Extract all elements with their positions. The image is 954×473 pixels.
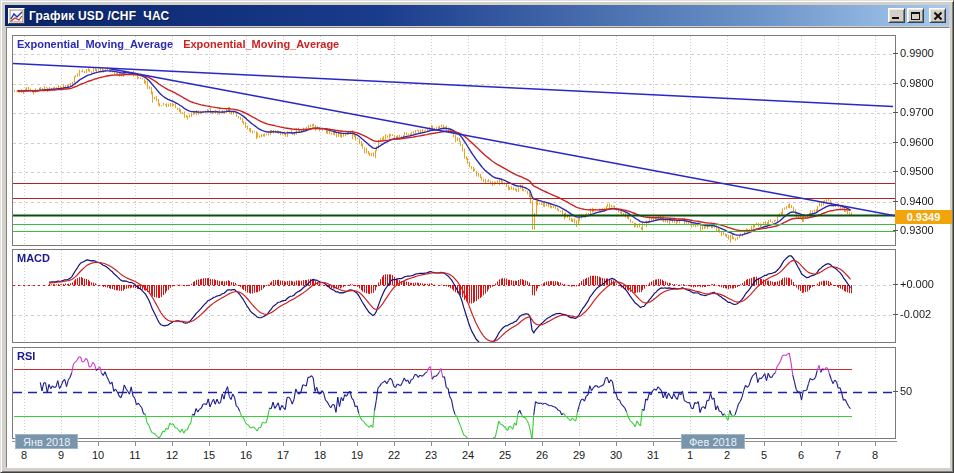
ema-fast-label: Exponential_Moving_Average (17, 38, 173, 50)
date-tick-label: 5 (750, 449, 778, 461)
macd-tick-label: -0.002 (900, 308, 931, 320)
chart-window: График USD /CHF ЧАС Exponential_Moving_A… (0, 0, 954, 473)
titlebar[interactable]: График USD /CHF ЧАС (5, 5, 949, 26)
rsi-canvas[interactable] (13, 348, 895, 438)
macd-tick-label: +0.000 (900, 278, 934, 290)
date-tick-label: 6 (787, 449, 815, 461)
price-tick-label: 0.9900 (900, 47, 934, 59)
chart-icon (8, 8, 25, 24)
date-tick-label: 23 (417, 449, 445, 461)
rsi-label: RSI (17, 350, 35, 362)
date-tick-label: 18 (306, 449, 334, 461)
maximize-button[interactable] (907, 8, 924, 23)
date-tick-label: 1 (676, 449, 704, 461)
price-chart-canvas[interactable] (13, 36, 895, 245)
macd-canvas[interactable] (13, 250, 895, 342)
price-tick-label: 0.9500 (900, 165, 934, 177)
date-tick-label: 16 (232, 449, 260, 461)
date-tick-label: 31 (639, 449, 667, 461)
rsi-tick-label: 50 (900, 385, 912, 397)
price-tick-label: 0.9800 (900, 77, 934, 89)
date-tick-label: 7 (824, 449, 852, 461)
minimize-button[interactable] (888, 8, 905, 23)
date-tick-label: 9 (47, 449, 75, 461)
date-tick-label: 19 (343, 449, 371, 461)
maximize-icon (911, 12, 920, 20)
date-tick-label: 17 (269, 449, 297, 461)
date-tick-label: 24 (454, 449, 482, 461)
price-tick-label: 0.9700 (900, 106, 934, 118)
date-tick-label: 10 (84, 449, 112, 461)
rsi-panel[interactable]: RSI (12, 347, 896, 439)
month-badge-feb: Фев 2018 (681, 434, 745, 449)
date-tick-label: 12 (158, 449, 186, 461)
date-tick-label: 15 (195, 449, 223, 461)
date-tick-label: 8 (10, 449, 38, 461)
price-tick-label: 0.9600 (900, 136, 934, 148)
date-tick-label: 30 (602, 449, 630, 461)
window-controls (888, 8, 946, 23)
date-tick-label: 25 (491, 449, 519, 461)
macd-panel[interactable]: MACD (12, 249, 896, 343)
date-tick-label: 11 (121, 449, 149, 461)
price-panel[interactable]: Exponential_Moving_Average Exponential_M… (12, 35, 896, 246)
time-axis-line[interactable] (12, 441, 897, 442)
indicator-legend: Exponential_Moving_Average Exponential_M… (17, 38, 346, 50)
macd-label: MACD (17, 252, 50, 264)
window-title: График USD /CHF ЧАС (29, 9, 888, 23)
date-tick-label: 22 (380, 449, 408, 461)
date-tick-label: 8 (861, 449, 889, 461)
month-badge-jan: Янв 2018 (15, 434, 78, 449)
date-tick-label: 29 (565, 449, 593, 461)
minimize-icon (892, 17, 899, 19)
current-price-badge: 0.9349 (895, 210, 952, 224)
ema-slow-label: Exponential_Moving_Average (183, 38, 339, 50)
price-tick-label: 0.9300 (900, 224, 934, 236)
date-tick-label: 2 (713, 449, 741, 461)
chart-client-area: Exponential_Moving_Average Exponential_M… (6, 27, 950, 468)
date-tick-label: 26 (528, 449, 556, 461)
price-tick-label: 0.9400 (900, 195, 934, 207)
close-button[interactable] (929, 8, 946, 23)
